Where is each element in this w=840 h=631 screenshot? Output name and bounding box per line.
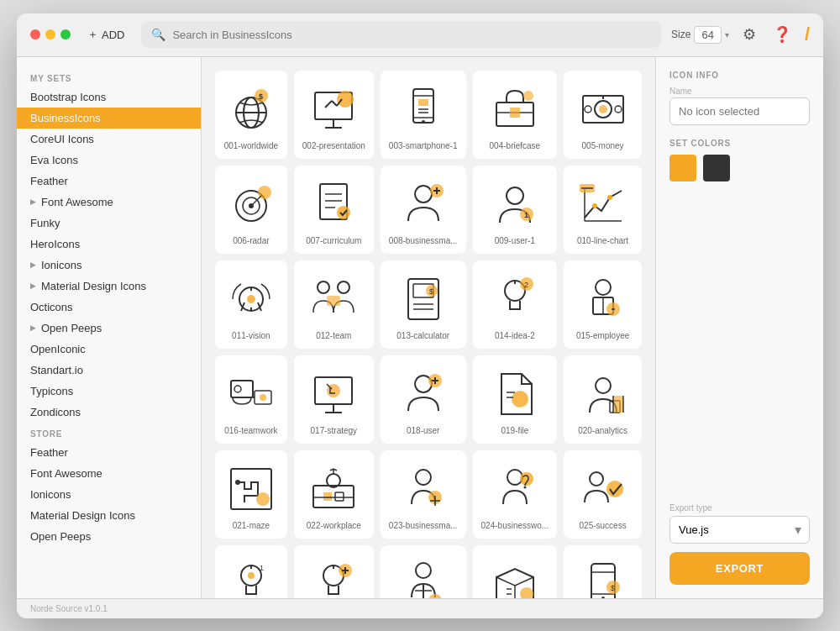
icon-cell-020[interactable]: 020-analytics [564,355,642,444]
sidebar-item-typicons[interactable]: Typicons [17,381,201,402]
sidebar-item-open-peeps[interactable]: ▶ Open Peeps [17,318,201,339]
icon-cell-019[interactable]: 019-file [473,355,558,444]
svg-point-26 [599,105,607,113]
size-value[interactable]: 64 [694,26,721,44]
icon-cell-008[interactable]: 008-businessma... [381,166,466,254]
search-input[interactable] [172,29,651,41]
svg-text:2: 2 [524,281,528,289]
icon-cell-012[interactable]: 012-team [294,260,374,349]
svg-point-114 [590,472,603,486]
sidebar-item-store-open-peeps[interactable]: Open Peeps [17,526,201,547]
svg-point-57 [318,281,329,293]
icon-cell-018[interactable]: 018-user [381,355,466,444]
sidebar-item-heroicons[interactable]: HeroIcons [17,234,201,255]
icon-cell-026[interactable]: 1 026-idea-1 [215,545,287,598]
icon-cell-010[interactable]: 010-line-chart [564,166,642,254]
icon-cell-011[interactable]: 011-vision [215,260,287,349]
icon-label-002: 002-presentation [302,141,365,150]
help-button[interactable]: ❓ [769,22,795,47]
icon-cell-005[interactable]: 005-money [564,71,642,159]
icon-label-003: 003-smartphone-1 [389,141,458,150]
sidebar-item-bootstrap-icons[interactable]: Bootstrap Icons [17,87,201,108]
color-swatch-dark[interactable] [703,155,730,181]
icon-label-006: 006-radar [233,236,269,245]
icon-cell-023[interactable]: 023-businessma... [381,450,466,539]
sidebar: MY SETS Bootstrap Icons BusinessIcons Co… [17,57,202,598]
icon-cell-027[interactable]: 027-idea [294,545,374,598]
search-icon: 🔍 [151,28,165,41]
icon-cell-009[interactable]: 1 009-user-1 [473,166,558,254]
minimize-button[interactable] [45,29,55,39]
sidebar-item-zondicons[interactable]: Zondicons [17,402,201,423]
icon-cell-028[interactable]: 028-businessman [381,545,466,598]
sidebar-item-ionicons[interactable]: ▶ Ionicons [17,255,201,276]
color-swatch-orange[interactable] [669,155,696,181]
sidebar-item-funky[interactable]: Funky [17,213,201,234]
sidebar-item-coreui-icons[interactable]: CoreUI Icons [17,129,201,150]
icon-cell-025[interactable]: 025-success [564,450,642,539]
icon-cell-001[interactable]: $ 001-worldwide [215,71,287,159]
svg-line-34 [253,196,261,204]
icon-label-015: 015-employee [576,331,629,340]
icon-cell-002[interactable]: 002-presentation [294,71,374,159]
settings-button[interactable]: ⚙ [739,22,759,47]
icon-cell-007[interactable]: 007-curriculum [294,166,374,254]
svg-rect-102 [313,486,354,507]
svg-line-10 [325,101,332,108]
name-input[interactable] [669,97,810,125]
svg-point-133 [520,587,533,598]
sidebar-item-eva-icons[interactable]: Eva Icons [17,150,201,171]
svg-line-11 [332,101,337,106]
sidebar-item-store-feather[interactable]: Feather [17,442,201,463]
svg-rect-17 [418,99,428,106]
icon-label-005: 005-money [582,141,624,150]
size-dropdown-icon[interactable]: ▾ [725,30,729,39]
sidebar-item-feather[interactable]: Feather [17,171,201,192]
icon-cell-029[interactable]: 029-folder [473,545,558,598]
svg-point-23 [523,91,533,101]
icon-label-019: 019-file [501,426,528,435]
maximize-button[interactable] [60,29,71,39]
sidebar-item-material-design-icons[interactable]: ▶ Material Design Icons [17,276,201,297]
icon-label-001: 001-worldwide [224,141,278,150]
icon-cell-003[interactable]: 003-smartphone-1 [381,71,466,159]
icon-cell-015[interactable]: 015-employee [564,260,642,349]
sidebar-item-businessicons[interactable]: BusinessIcons [17,108,201,129]
icon-cell-014[interactable]: 2 014-idea-2 [473,260,558,349]
icon-cell-006[interactable]: 006-radar [215,166,287,254]
icon-cell-017[interactable]: 017-strategy [294,355,374,444]
icon-cell-021[interactable]: 021-maze [215,450,287,539]
color-swatches [669,155,810,181]
export-type-select[interactable]: Vue.js React SVG PNG [669,516,810,544]
svg-point-44 [507,187,523,204]
sidebar-item-store-material-design[interactable]: Material Design Icons [17,505,201,526]
size-control: Size 64 ▾ [671,26,729,44]
icon-label-014: 014-idea-2 [495,331,535,340]
svg-point-113 [523,486,526,488]
icon-cell-004[interactable]: 004-briefcase [473,71,558,159]
icon-cell-024[interactable]: 024-businesswo... [473,450,558,539]
icon-cell-016[interactable]: 016-teamwork [215,355,287,444]
sidebar-item-octicons[interactable]: Octicons [17,297,201,318]
icon-label-022: 022-workplace [307,521,361,530]
svg-rect-59 [327,296,340,306]
svg-point-112 [520,472,533,486]
sidebar-item-store-ionicons[interactable]: Ionicons [17,484,201,505]
add-button[interactable]: ＋ ADD [81,24,131,45]
svg-point-91 [512,391,528,408]
plus-icon: ＋ [87,27,98,42]
statusbar: Norde Source v1.0.1 [17,598,823,618]
icon-cell-013[interactable]: $ 013-calculator [381,260,466,349]
svg-text:$: $ [259,92,263,101]
sidebar-item-font-awesome[interactable]: ▶ Font Awesome [17,192,201,213]
sidebar-item-openiconic[interactable]: OpenIconic [17,339,201,360]
icon-cell-022[interactable]: 022-workplace [294,450,374,539]
svg-rect-105 [335,492,344,501]
icon-label-012: 012-team [316,331,351,340]
close-button[interactable] [30,29,40,39]
sidebar-item-store-font-awesome[interactable]: Font Awesome [17,463,201,484]
sidebar-item-standart[interactable]: Standart.io [17,360,201,381]
icon-cell-030[interactable]: $ 030-smartphone [564,545,642,598]
app-window: ＋ ADD 🔍 Size 64 ▾ ⚙ ❓ / MY SETS Bootstra… [17,13,823,618]
export-button[interactable]: EXPORT [669,552,810,585]
